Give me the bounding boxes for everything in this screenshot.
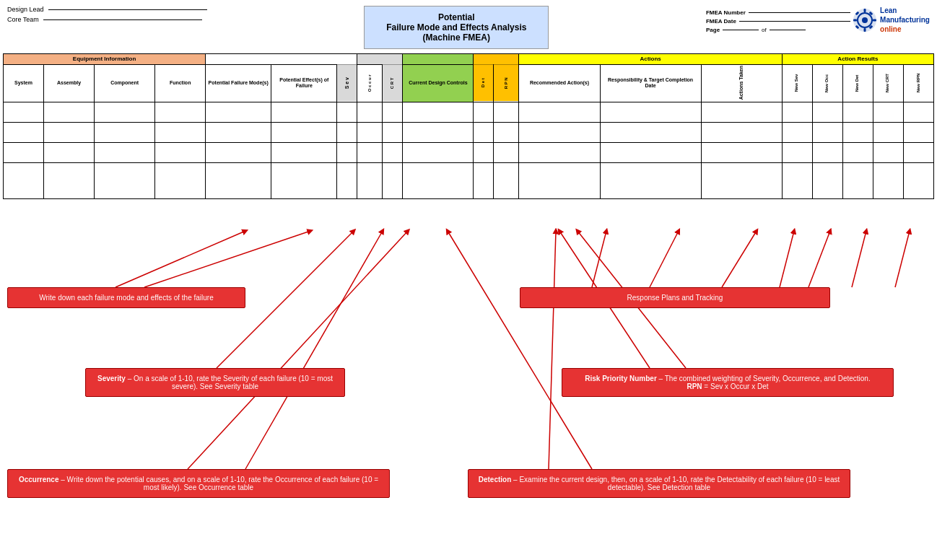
svg-rect-3 bbox=[864, 9, 866, 12]
col-new-occ: New Occ bbox=[812, 64, 842, 102]
title-line1: Potential bbox=[386, 12, 526, 22]
svg-line-21 bbox=[852, 231, 866, 287]
gear-icon bbox=[852, 7, 878, 33]
col-system: System bbox=[4, 64, 44, 102]
blank-header2 bbox=[357, 54, 403, 65]
table-row bbox=[4, 142, 934, 162]
action-results-header: Action Results bbox=[782, 54, 933, 65]
fmea-table: Equipment Information Actions Action Res… bbox=[3, 53, 934, 199]
svg-line-14 bbox=[245, 231, 383, 469]
header-right-area: Lean Manufacturing online FMEA Number FM… bbox=[706, 6, 930, 33]
occurrence-text: – Write down the potential causes, and o… bbox=[59, 476, 379, 491]
col-responsibility: Responsibility & Target Completion Date bbox=[600, 64, 701, 102]
detection-text: – Examine the current design, then, on a… bbox=[511, 476, 840, 491]
core-team-label: Core Team bbox=[7, 16, 39, 23]
detection-bold: Detection bbox=[479, 476, 512, 484]
svg-line-19 bbox=[780, 231, 794, 287]
title-line2: Failure Mode and Effects Analysis bbox=[386, 22, 526, 32]
svg-rect-4 bbox=[864, 28, 866, 32]
severity-text: – On a scale of 1-10, rate the Severity … bbox=[126, 375, 333, 390]
severity-bold: Severity bbox=[97, 375, 126, 382]
callout-detection: Detection – Examine the current design, … bbox=[468, 469, 850, 498]
fmea-date-line bbox=[739, 21, 850, 22]
col-new-sev: New Sev bbox=[782, 64, 812, 102]
title-block: Potential Failure Mode and Effects Analy… bbox=[364, 6, 549, 49]
response-text: Response Plans and Tracking bbox=[627, 294, 723, 302]
table-row bbox=[4, 122, 934, 142]
fmea-date-label: FMEA Date bbox=[706, 18, 736, 25]
svg-line-17 bbox=[650, 231, 679, 287]
rpn-bold: Risk Priority Number bbox=[585, 375, 656, 382]
table-row bbox=[4, 162, 934, 198]
col-sev: S e v bbox=[337, 64, 357, 102]
col-rpn: R P N bbox=[494, 64, 519, 102]
equipment-info-header: Equipment Information bbox=[4, 54, 206, 65]
design-lead-line bbox=[48, 9, 207, 10]
svg-line-11 bbox=[116, 231, 245, 287]
svg-rect-6 bbox=[873, 19, 876, 21]
col-crt: C R T bbox=[383, 64, 403, 102]
col-new-crt: New CRT bbox=[873, 64, 903, 102]
callout-rpn: Risk Priority Number – The combined weig… bbox=[562, 368, 894, 397]
rpn-text: – The combined weighting of Severity, Oc… bbox=[657, 375, 871, 382]
blank-header1 bbox=[206, 54, 357, 65]
callout-occurrence: Occurrence – Write down the potential ca… bbox=[7, 469, 390, 498]
fmea-number-label: FMEA Number bbox=[706, 9, 746, 16]
current-design-header-group bbox=[403, 54, 474, 65]
col-failure-mode: Potential Failure Mode(s) bbox=[206, 64, 271, 102]
col-occ: O c c u r bbox=[357, 64, 383, 102]
callout-response: Response Plans and Tracking bbox=[520, 287, 830, 308]
svg-line-15 bbox=[188, 231, 408, 469]
page-label: Page bbox=[706, 27, 720, 33]
col-recommended: Recommended Action(s) bbox=[519, 64, 600, 102]
col-current-design: Current Design Controls bbox=[403, 64, 474, 102]
design-lead-label: Design Lead bbox=[7, 6, 44, 13]
col-actions-taken: Actions Taken bbox=[701, 64, 782, 102]
svg-line-26 bbox=[448, 231, 592, 469]
col-new-rpn: New RPN bbox=[903, 64, 933, 102]
page-number-line bbox=[723, 30, 759, 30]
col-assembly: Assembly bbox=[44, 64, 95, 102]
svg-point-2 bbox=[862, 17, 868, 23]
col-function: Function bbox=[155, 64, 206, 102]
callout-failure-text: Write down each failure mode and effects… bbox=[39, 294, 213, 302]
fmea-number-line bbox=[749, 12, 850, 13]
svg-line-12 bbox=[144, 231, 310, 287]
callout-failure: Write down each failure mode and effects… bbox=[7, 287, 245, 308]
svg-line-16 bbox=[592, 231, 606, 287]
rpn-formula-text: = Sev x Occur x Det bbox=[702, 382, 769, 390]
svg-line-25 bbox=[549, 231, 556, 469]
logo-line2: Manufacturing bbox=[880, 15, 930, 25]
col-component: Component bbox=[95, 64, 155, 102]
logo-text: Lean Manufacturing online bbox=[880, 6, 930, 34]
fmea-table-wrap: Equipment Information Actions Action Res… bbox=[0, 53, 937, 199]
det-rpn-header bbox=[474, 54, 519, 65]
title-line3: (Machine FMEA) bbox=[386, 32, 526, 43]
logo-line1: Lean bbox=[880, 6, 930, 15]
of-label: of bbox=[762, 27, 767, 33]
header-left: Design Lead Core Team bbox=[7, 6, 207, 23]
svg-line-18 bbox=[722, 231, 757, 287]
callout-severity: Severity – On a scale of 1-10, rate the … bbox=[85, 368, 345, 397]
occurrence-bold: Occurrence bbox=[19, 476, 59, 484]
page-total-line bbox=[770, 30, 806, 30]
col-det: D e t bbox=[474, 64, 494, 102]
rpn-formula-bold: RPN bbox=[687, 382, 702, 390]
logo-line3: online bbox=[880, 25, 930, 34]
col-new-det: New Det bbox=[842, 64, 873, 102]
core-team-line bbox=[43, 19, 202, 20]
col-effects: Potential Effect(s) of Failure bbox=[271, 64, 337, 102]
svg-rect-5 bbox=[853, 19, 857, 21]
table-row bbox=[4, 102, 934, 122]
actions-header: Actions bbox=[519, 54, 782, 65]
svg-line-20 bbox=[809, 231, 830, 287]
svg-line-22 bbox=[895, 231, 910, 287]
